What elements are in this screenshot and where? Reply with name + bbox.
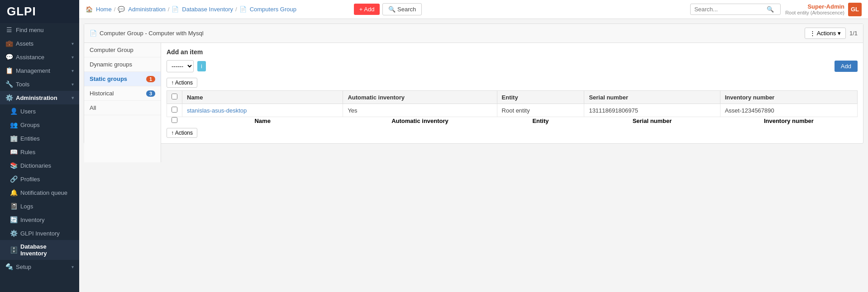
- main-content: 🏠 Home / 💬 Administration / 📄 Database I…: [79, 0, 868, 292]
- chevron-down-icon: ▾: [72, 41, 74, 46]
- select-all-footer-checkbox[interactable]: [172, 117, 177, 123]
- add-button[interactable]: + Add: [354, 4, 380, 15]
- static-groups-badge: 1: [146, 76, 155, 82]
- add-item-row: ------ i Add: [167, 60, 858, 72]
- col-serial-footer: Serial number: [584, 117, 720, 125]
- col-check-header: [167, 91, 182, 104]
- assets-icon: 💼: [5, 40, 13, 47]
- topbar: 🏠 Home / 💬 Administration / 📄 Database I…: [79, 0, 868, 19]
- sidebar-item-glpi-inventory[interactable]: ⚙️ GLPI Inventory: [0, 226, 79, 240]
- row-serial-cell: 131118691806975: [584, 104, 720, 117]
- sidebar-item-profiles[interactable]: 🔗 Profiles: [0, 172, 79, 186]
- breadcrumb-administration[interactable]: Administration: [128, 6, 165, 13]
- add-item-button[interactable]: Add: [835, 61, 858, 72]
- row-inv-num-cell: Asset-1234567890: [720, 104, 857, 117]
- col-inv-num-header: Inventory number: [720, 91, 857, 104]
- select-all-checkbox[interactable]: [172, 94, 177, 99]
- sidebar-item-logs[interactable]: 📓 Logs: [0, 199, 79, 213]
- sidebar-item-inventory[interactable]: 🔄 Inventory: [0, 213, 79, 226]
- user-name: Super-Admin: [785, 3, 844, 10]
- sidebar-item-assistance[interactable]: 💬 Assistance ▾: [0, 50, 79, 64]
- panel-title-icon: 📄: [90, 30, 97, 37]
- sidebar-item-dictionaries[interactable]: 📚 Dictionaries: [0, 159, 79, 172]
- assistance-icon: 💬: [5, 53, 13, 61]
- panel-title-text: Computer Group - Computer with Mysql: [100, 30, 204, 37]
- col-inv-num-footer: Inventory number: [720, 117, 857, 125]
- search-button[interactable]: 🔍 Search: [382, 3, 422, 15]
- logs-icon: 📓: [10, 203, 17, 210]
- sidebar-item-administration[interactable]: ⚙️ Administration ▾: [0, 91, 79, 104]
- chevron-down-icon-assistance: ▾: [72, 55, 74, 60]
- sidebar-item-database-inventory[interactable]: 🗄️ Database Inventory: [0, 240, 79, 260]
- panel-sidebar-static-groups[interactable]: Static groups 1: [84, 72, 161, 86]
- breadcrumb-database-inventory[interactable]: Database Inventory: [182, 6, 233, 13]
- tools-icon: 🔧: [5, 80, 13, 88]
- dictionaries-icon: 📚: [10, 162, 17, 169]
- sidebar-item-entities[interactable]: 🏢 Entities: [0, 132, 79, 145]
- breadcrumb: 🏠 Home / 💬 Administration / 📄 Database I…: [86, 6, 354, 13]
- bottom-actions-button[interactable]: ↑ Actions: [167, 128, 197, 138]
- avatar[interactable]: GL: [848, 3, 862, 16]
- computers-group-breadcrumb-icon: 📄: [239, 6, 247, 13]
- panel-header: 📄 Computer Group - Computer with Mysql ⋮…: [84, 24, 863, 43]
- panel-sidebar-historical[interactable]: Historical 3: [84, 86, 161, 101]
- entities-icon: 🏢: [10, 135, 17, 142]
- rules-icon: 📖: [10, 148, 17, 155]
- panel-sidebar-all[interactable]: All: [84, 101, 161, 115]
- administration-icon: ⚙️: [5, 94, 13, 101]
- home-icon: 🏠: [86, 6, 93, 13]
- user-info: Super-Admin Root entity (Arborescence) G…: [785, 3, 862, 16]
- static-groups-label: Static groups: [90, 75, 127, 82]
- sidebar-item-users[interactable]: 👤 Users: [0, 104, 79, 118]
- row-checkbox-cell: [167, 104, 182, 117]
- sidebar-item-label-administration: Administration: [16, 94, 57, 101]
- sidebar-item-label-rules: Rules: [20, 149, 35, 155]
- computer-group-label: Computer Group: [90, 47, 134, 53]
- sidebar-item-setup[interactable]: 🔩 Setup ▾: [0, 260, 79, 273]
- chevron-down-icon-setup: ▾: [72, 264, 74, 269]
- user-entity: Root entity (Arborescence): [785, 10, 844, 15]
- panel-sidebar-computer-group[interactable]: Computer Group: [84, 43, 161, 57]
- top-actions-button[interactable]: ↑ Actions: [167, 78, 197, 88]
- db-inventory-breadcrumb-icon: 📄: [172, 6, 179, 13]
- sidebar-item-groups[interactable]: 👥 Groups: [0, 118, 79, 132]
- profiles-icon: 🔗: [10, 175, 17, 183]
- panel-actions-right: ⋮ Actions ▾ 1/1: [805, 28, 858, 39]
- notification-icon: 🔔: [10, 189, 17, 196]
- breadcrumb-home[interactable]: Home: [96, 6, 112, 13]
- sidebar-item-find-menu[interactable]: ☰ Find menu: [0, 23, 79, 37]
- sidebar-item-label-dictionaries: Dictionaries: [20, 162, 51, 169]
- col-name-footer: Name: [182, 117, 343, 125]
- col-entity-footer: Entity: [497, 117, 584, 125]
- panel-sidebar-dynamic-groups[interactable]: Dynamic groups: [84, 57, 161, 72]
- row-name-link[interactable]: stanislas-asus-desktop: [187, 107, 247, 114]
- table-row: stanislas-asus-desktop Yes Root entity 1…: [167, 104, 858, 117]
- sidebar-item-tools[interactable]: 🔧 Tools ▾: [0, 77, 79, 91]
- sidebar-item-label-users: Users: [20, 108, 36, 115]
- groups-icon: 👥: [10, 121, 17, 128]
- col-auto-inv-header: Automatic inventory: [343, 91, 497, 104]
- sidebar-item-assets[interactable]: 💼 Assets ▾: [0, 37, 79, 50]
- bottom-actions-bar: ↑ Actions: [167, 128, 858, 138]
- database-inventory-icon: 🗄️: [10, 246, 17, 254]
- info-button[interactable]: i: [197, 61, 206, 71]
- row-auto-inv-cell: Yes: [343, 104, 497, 117]
- sidebar-item-label-notification-queue: Notification queue: [20, 189, 67, 196]
- sidebar-item-notification-queue[interactable]: 🔔 Notification queue: [0, 186, 79, 199]
- panel-body: Computer Group Dynamic groups Static gro…: [84, 43, 863, 162]
- item-type-select[interactable]: ------: [167, 60, 194, 72]
- panel-title: 📄 Computer Group - Computer with Mysql: [90, 30, 204, 37]
- row-checkbox[interactable]: [172, 107, 177, 113]
- search-input[interactable]: [694, 6, 767, 13]
- sidebar-item-label-assets: Assets: [16, 40, 33, 47]
- sidebar-item-label-entities: Entities: [20, 135, 40, 142]
- breadcrumb-computers-group[interactable]: Computers Group: [250, 6, 296, 13]
- sidebar-item-management[interactable]: 📋 Management ▾: [0, 64, 79, 77]
- chevron-down-icon-admin: ▾: [72, 95, 74, 100]
- data-table: Name Automatic inventory Entity Serial n…: [167, 90, 858, 124]
- panel-actions-button[interactable]: ⋮ Actions ▾: [805, 28, 846, 39]
- col-name-header: Name: [182, 91, 343, 104]
- sidebar-item-rules[interactable]: 📖 Rules: [0, 145, 79, 159]
- search-icon[interactable]: 🔍: [767, 6, 774, 13]
- row-entity-cell: Root entity: [497, 104, 584, 117]
